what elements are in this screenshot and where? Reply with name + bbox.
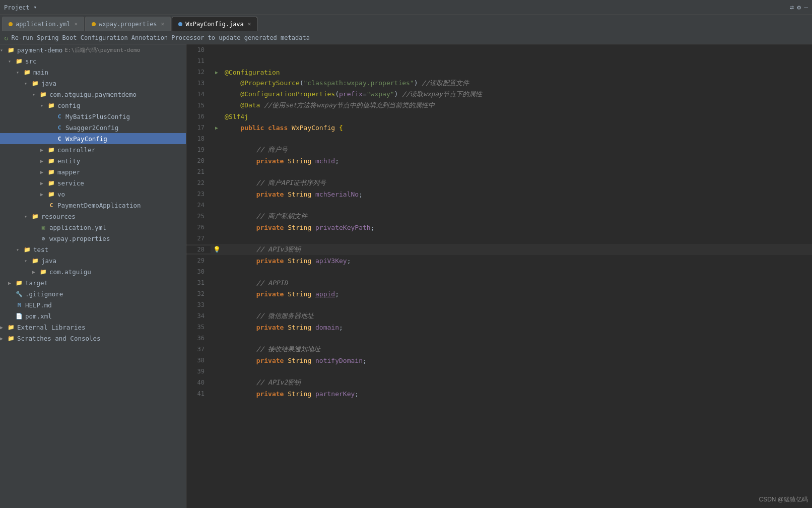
line-number: 11	[186, 57, 211, 65]
line-content: // 商户API证书序列号	[223, 178, 326, 187]
sidebar-item-19[interactable]: ▾📁java	[0, 255, 186, 266]
tab-wxpayconfig-java[interactable]: WxPayConfig.java ✕	[172, 17, 257, 31]
code-editor[interactable]: 101112▶@Configuration13 @PropertySource(…	[186, 44, 812, 508]
code-line-40: 40 // APIv2密钥	[186, 377, 812, 388]
code-line-17: 17▶ public class WxPayConfig {	[186, 122, 812, 133]
line-content: private String apiV3Key;	[223, 257, 351, 265]
sidebar-item-24[interactable]: 📄pom.xml	[0, 310, 186, 322]
sidebar-item-21[interactable]: ▶📁target	[0, 277, 186, 288]
sidebar-item-17[interactable]: ⚙wxpay.properties	[0, 233, 186, 244]
code-line-41: 41 private String partnerKey;	[186, 388, 812, 399]
settings-icon[interactable]: ⚙	[797, 4, 801, 11]
sidebar-item-9[interactable]: ▶📁controller	[0, 144, 186, 155]
sidebar-item-4[interactable]: ▾📁com.atguigu.paymentdemo	[0, 89, 186, 100]
sidebar-item-5[interactable]: ▾📁config	[0, 100, 186, 111]
tab-dot-yellow2	[92, 22, 96, 26]
tab-wxpay-properties[interactable]: wxpay.properties ✕	[85, 17, 171, 31]
code-line-14: 14 @ConfigurationProperties(prefix="wxpa…	[186, 89, 812, 100]
line-number: 37	[186, 346, 211, 353]
sidebar-item-11[interactable]: ▶📁mapper	[0, 166, 186, 177]
sidebar-item-15[interactable]: ▾📁resources	[0, 211, 186, 222]
line-number: 38	[186, 357, 211, 364]
line-number: 13	[186, 80, 211, 87]
tree-arrow: ▾	[0, 47, 7, 53]
line-number: 35	[186, 324, 211, 331]
code-line-11: 11	[186, 55, 812, 67]
tree-label: Scratches and Consoles	[17, 335, 101, 342]
tree-label: wxpay.properties	[49, 235, 110, 242]
tree-suffix: E:\后端代码\payment-demo	[64, 46, 140, 54]
code-line-26: 26 private String privateKeyPath;	[186, 222, 812, 233]
sidebar-item-16[interactable]: ▣application.yml	[0, 222, 186, 233]
line-number: 17	[186, 124, 211, 131]
code-line-27: 27	[186, 233, 812, 244]
tree-icon: 📁	[47, 146, 55, 154]
line-number: 18	[186, 135, 211, 142]
line-number: 20	[186, 157, 211, 164]
line-content: public class WxPayConfig {	[223, 124, 343, 132]
line-number: 28	[186, 246, 211, 253]
tree-arrow: ▶	[40, 192, 47, 197]
tree-icon: 📁	[7, 46, 15, 54]
sidebar-item-23[interactable]: MHELP.md	[0, 299, 186, 310]
dropdown-icon[interactable]: ▾	[34, 4, 37, 11]
project-label[interactable]: Project	[4, 4, 30, 11]
tree-arrow: ▾	[16, 247, 23, 252]
info-icon: ↻	[4, 34, 8, 42]
sidebar-item-6[interactable]: CMyBatisPlusConfig	[0, 111, 186, 122]
sidebar-item-7[interactable]: CSwagger2Config	[0, 122, 186, 133]
line-content: private String notifyDomain;	[223, 357, 367, 364]
tree-label: main	[33, 69, 48, 76]
sidebar-item-10[interactable]: ▶📁entity	[0, 155, 186, 166]
tab-close-application[interactable]: ✕	[74, 21, 78, 27]
sidebar-item-18[interactable]: ▾📁test	[0, 244, 186, 255]
tree-icon: 📁	[7, 334, 15, 342]
tree-label: test	[33, 246, 48, 253]
code-line-37: 37 // 接收结果通知地址	[186, 344, 812, 355]
code-line-32: 32 private String appid;	[186, 288, 812, 299]
sidebar-item-1[interactable]: ▾📁src	[0, 55, 186, 67]
tree-icon: 📁	[47, 179, 55, 187]
tree-label: Swagger2Config	[65, 124, 118, 132]
sidebar-item-2[interactable]: ▾📁main	[0, 67, 186, 78]
line-content: // 商户私钥文件	[223, 212, 307, 221]
sidebar-item-14[interactable]: CPaymentDemoApplication	[0, 200, 186, 211]
tab-close-wxpay[interactable]: ✕	[161, 21, 165, 27]
line-number: 32	[186, 290, 211, 297]
tab-dot-blue	[178, 22, 182, 26]
sidebar-item-25[interactable]: ▶📁External Libraries	[0, 322, 186, 333]
sidebar-item-3[interactable]: ▾📁java	[0, 78, 186, 89]
tree-label: controller	[57, 146, 95, 154]
tree-arrow: ▶	[40, 180, 47, 186]
tree-icon: C	[55, 135, 63, 143]
line-content: @Data //使用set方法将wxpay节点中的值填充到当前类的属性中	[223, 101, 435, 110]
line-number: 25	[186, 213, 211, 220]
code-line-30: 30	[186, 266, 812, 277]
sidebar-item-12[interactable]: ▶📁service	[0, 177, 186, 188]
tab-label-wxpayconfig: WxPayConfig.java	[185, 21, 244, 28]
tab-bar: application.yml ✕ wxpay.properties ✕ WxP…	[0, 15, 812, 31]
tree-icon: 📁	[31, 212, 39, 220]
line-number: 22	[186, 179, 211, 186]
tree-label: java	[41, 80, 56, 87]
line-content: @ConfigurationProperties(prefix="wxpay")…	[223, 90, 482, 99]
sidebar-item-13[interactable]: ▶📁vo	[0, 188, 186, 200]
sidebar-item-26[interactable]: ▶📁Scratches and Consoles	[0, 333, 186, 344]
sidebar-item-0[interactable]: ▾📁payment-demoE:\后端代码\payment-demo	[0, 44, 186, 55]
tab-close-wxpayconfig[interactable]: ✕	[248, 21, 251, 27]
sidebar-item-8[interactable]: CWxPayConfig	[0, 133, 186, 144]
sidebar-item-22[interactable]: 🔧.gitignore	[0, 288, 186, 299]
line-content: // 商户号	[223, 145, 288, 154]
line-content: private String privateKeyPath;	[223, 224, 374, 231]
line-number: 31	[186, 279, 211, 286]
line-gutter: ▶	[211, 70, 223, 75]
tab-application-yml[interactable]: application.yml ✕	[2, 17, 84, 31]
tree-arrow: ▾	[40, 103, 47, 108]
tree-arrow: ▶	[40, 147, 47, 153]
minimize-icon[interactable]: —	[804, 4, 808, 11]
line-gutter: 💡	[211, 246, 223, 253]
sidebar-item-20[interactable]: ▶📁com.atguigu	[0, 266, 186, 277]
code-line-36: 36	[186, 333, 812, 344]
sort-icon[interactable]: ⇄	[790, 4, 794, 11]
tree-label: HELP.md	[25, 301, 52, 309]
